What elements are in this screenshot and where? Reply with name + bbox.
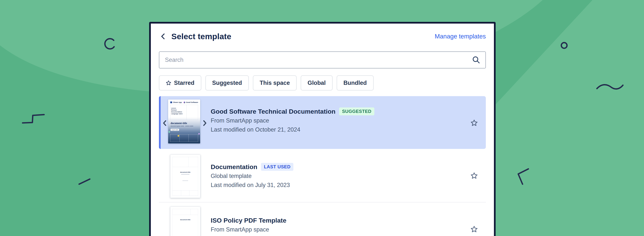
template-source: Global template [211,171,294,181]
selection-accent-bar [159,96,160,149]
filter-bundled-button[interactable]: Bundled [337,75,374,91]
dialog-header: Select template Manage templates [159,32,486,41]
background: Select template Manage templates Starred [0,0,644,236]
carousel-prev-button[interactable] [162,120,167,127]
thumbnail-doc-title: document-title [170,122,187,125]
star-button[interactable] [470,172,478,180]
template-modified: Last modified on October 21, 2024 [211,125,374,134]
template-thumbnail: document-title [170,207,200,236]
page-title: Select template [171,32,231,41]
thumbnail-heading: Release Documentation Language name [171,109,188,115]
thumbnail-dot-teal [168,131,170,133]
thumbnail-brand-left: Clever App [170,101,182,103]
thumbnail-footer-grid [170,134,198,142]
company-logo-icon [184,102,185,103]
template-title: Good Software Technical Documentation [211,108,335,115]
template-source: From SmartApp space [211,225,286,234]
thumbnail-chip: export-date [170,129,179,131]
filter-bundled-label: Bundled [344,80,367,86]
filter-starred-button[interactable]: Starred [159,75,201,91]
manage-templates-link[interactable]: Manage templates [435,33,486,40]
thumbnail-dot-purple [198,133,200,135]
chevron-left-icon [160,33,167,40]
template-row-iso-policy[interactable]: document-title ISO Policy PDF Template F… [159,204,486,236]
back-button[interactable] [159,32,168,41]
select-template-dialog: Select template Manage templates Starred [149,22,496,236]
template-info: ISO Policy PDF Template From SmartApp sp… [211,216,286,236]
star-outline-icon [470,225,478,233]
app-logo-icon [170,101,172,103]
search-field [159,52,486,68]
star-button[interactable] [470,225,478,233]
template-modified: Last modified on July 31, 2023 [211,181,294,190]
chevron-left-icon [162,120,167,126]
template-title: Documentation [211,163,257,171]
template-row-good-software[interactable]: Clever App Good Software Release Documen… [159,96,486,149]
filter-global-label: Global [308,80,326,86]
suggested-badge: SUGGESTED [339,107,374,115]
filter-bar: Starred Suggested This space Global Bund… [159,75,486,91]
template-modified: K15t GmbH [211,234,286,236]
last-used-badge: LAST USED [261,163,293,171]
search-input[interactable] [159,52,486,68]
template-thumbnail: Clever App Good Software Release Documen… [168,100,200,143]
template-title: ISO Policy PDF Template [211,217,286,224]
filter-starred-label: Starred [174,80,194,86]
template-info: Documentation LAST USED Global template … [211,162,294,190]
thumbnail-brand-row: Clever App Good Software [170,101,198,103]
search-icon [472,56,480,64]
thumbnail-doc-subtitle: document-space-name · version-name [170,125,193,127]
filter-suggested-button[interactable]: Suggested [206,75,249,91]
filter-this-space-button[interactable]: This space [253,75,296,91]
star-button[interactable] [470,119,478,127]
thumbnail-doc-title: document-title [170,219,200,220]
star-outline-icon [470,172,478,179]
thumbnail-doc-title: document-title [170,171,200,173]
filter-suggested-label: Suggested [212,80,242,86]
thumbnail-header-box: Release Documentation Language name [170,105,198,120]
template-source: From SmartApp space [211,116,374,125]
thumbnail-brand-right: Good Software [184,101,198,103]
star-outline-icon [166,80,171,86]
template-list: Clever App Good Software Release Documen… [159,96,486,236]
chevron-right-icon [202,120,207,126]
carousel-next-button[interactable] [202,120,207,127]
doodle-step-icon [22,115,44,123]
template-thumbnail: document-title [170,155,200,198]
template-info: Good Software Technical Documentation SU… [211,107,374,134]
filter-global-button[interactable]: Global [301,75,332,91]
filter-this-space-label: This space [260,80,290,86]
doodle-dash-icon [79,179,90,184]
template-row-documentation[interactable]: document-title Documentation LAST USED G… [159,151,486,202]
star-outline-icon [470,119,478,127]
